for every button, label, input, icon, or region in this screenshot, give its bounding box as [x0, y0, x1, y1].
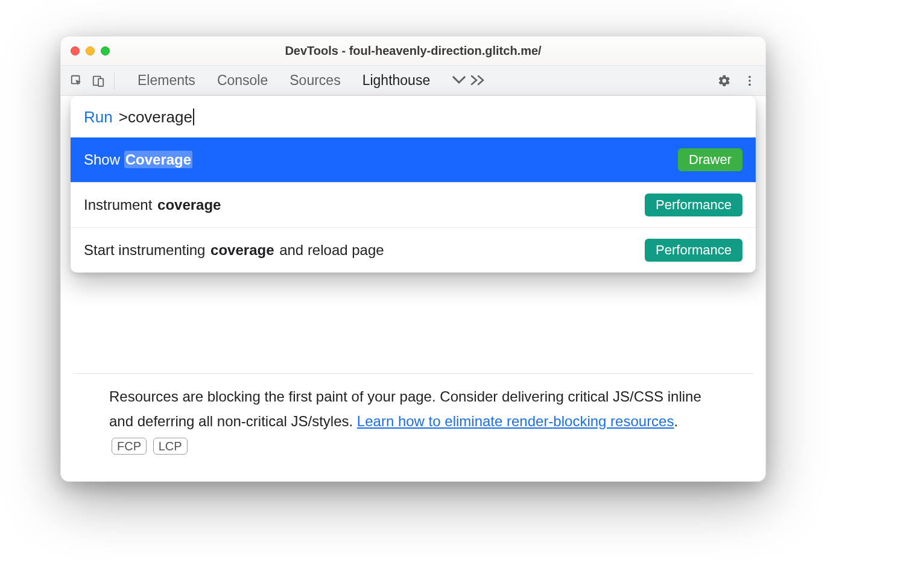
inspect-element-icon[interactable] [66, 70, 87, 92]
palette-item-show-coverage[interactable]: Show Coverage Drawer [71, 137, 756, 182]
toolbar: Elements Console Sources Lighthouse [61, 66, 765, 96]
tabs: Elements Console Sources Lighthouse [138, 72, 710, 89]
tab-lighthouse[interactable]: Lighthouse [362, 72, 431, 89]
palette-item-start-instrumenting[interactable]: Start instrumenting coverage and reload … [71, 227, 756, 273]
metric-chip-fcp: FCP [112, 438, 147, 455]
more-tabs-icon[interactable] [452, 74, 466, 87]
palette-query-text: >coverage [119, 108, 192, 126]
section-divider [73, 373, 753, 374]
palette-item-label: Instrument coverage [84, 197, 222, 213]
palette-item-label: Start instrumenting coverage and reload … [84, 242, 384, 259]
palette-prompt: Run [84, 108, 113, 127]
learn-more-link[interactable]: Learn how to eliminate render-blocking r… [357, 413, 674, 429]
minimize-window-button[interactable] [86, 46, 95, 55]
palette-item-instrument-coverage[interactable]: Instrument coverage Performance [71, 182, 756, 227]
toolbar-right [710, 70, 761, 92]
command-palette: Run >coverage Show Coverage Drawer Instr… [71, 96, 756, 273]
devtools-window: DevTools - foul-heavenly-direction.glitc… [60, 36, 766, 482]
settings-gear-icon[interactable] [714, 70, 735, 92]
svg-point-4 [748, 80, 751, 82]
close-window-button[interactable] [71, 46, 80, 55]
svg-rect-2 [98, 78, 103, 86]
tab-sources[interactable]: Sources [290, 72, 340, 89]
palette-badge: Performance [645, 194, 742, 216]
tab-elements[interactable]: Elements [138, 72, 195, 89]
traffic-lights [71, 46, 110, 55]
palette-query: >coverage [119, 108, 194, 127]
palette-badge: Performance [645, 239, 742, 262]
toolbar-divider [114, 72, 115, 89]
device-toolbar-icon[interactable] [87, 70, 109, 92]
palette-item-label: Show Coverage [84, 151, 192, 168]
kebab-menu-icon[interactable] [739, 70, 761, 92]
tab-console[interactable]: Console [217, 72, 268, 89]
chevrons-right-icon[interactable] [470, 73, 487, 89]
command-palette-input-row[interactable]: Run >coverage [71, 96, 756, 137]
maximize-window-button[interactable] [101, 46, 110, 55]
svg-point-3 [748, 75, 751, 78]
titlebar: DevTools - foul-heavenly-direction.glitc… [61, 37, 765, 66]
text-caret [193, 109, 194, 125]
description-suffix: . [674, 413, 678, 429]
window-title: DevTools - foul-heavenly-direction.glitc… [61, 44, 765, 58]
svg-point-5 [748, 83, 751, 86]
palette-badge: Drawer [678, 148, 742, 171]
metric-chip-lcp: LCP [153, 438, 188, 455]
audit-description: Resources are blocking the first paint o… [61, 385, 765, 481]
palette-results: Show Coverage Drawer Instrument coverage… [71, 137, 756, 273]
